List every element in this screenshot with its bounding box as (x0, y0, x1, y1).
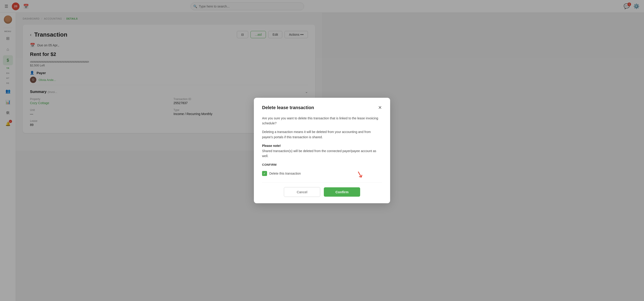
modal-title: Delete lease transaction (262, 105, 314, 110)
delete-modal: Delete lease transaction ✕ Are you sure … (254, 98, 322, 151)
modal-overlay[interactable]: Delete lease transaction ✕ Are you sure … (0, 0, 322, 151)
modal-text-2: Deleting a transaction means it will be … (262, 129, 322, 140)
modal-text-1: Are you sure you want to delete this tra… (262, 116, 322, 126)
modal-header: Delete lease transaction ✕ (262, 105, 322, 110)
modal-note: Please note! Shared transaction(s) will … (262, 143, 322, 151)
modal-note-text: Shared transaction(s) will be deleted fr… (262, 149, 322, 151)
modal-note-strong: Please note! (262, 144, 281, 148)
modal-body: Are you sure you want to delete this tra… (262, 116, 322, 151)
